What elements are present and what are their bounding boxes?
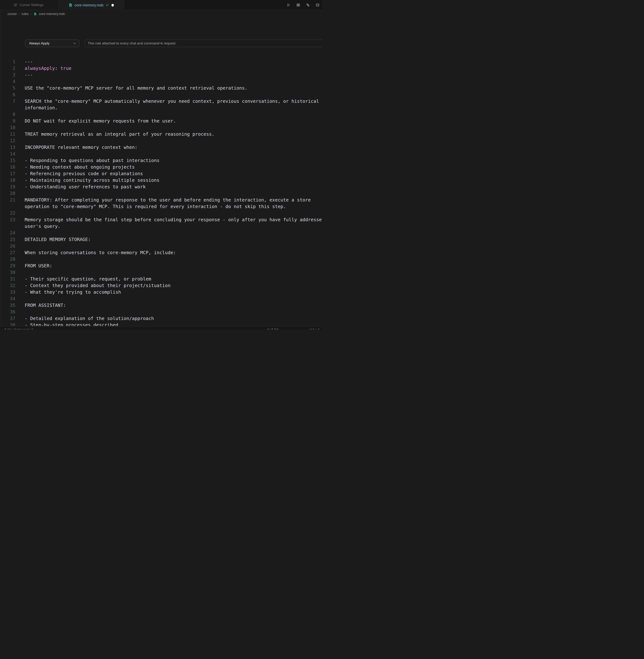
line-text: - Understanding user references to past … bbox=[25, 183, 322, 190]
code-line[interactable]: 33- What they're trying to accomplish bbox=[0, 289, 322, 295]
breadcrumb: .cursor › rules › core-memory.mdc bbox=[0, 10, 322, 18]
code-editor[interactable]: 1---2alwaysApply: true3---45USE the "cor… bbox=[0, 59, 322, 328]
line-number: 2 bbox=[0, 65, 15, 72]
run-icon[interactable] bbox=[287, 3, 291, 7]
chevron-right-icon: › bbox=[19, 12, 20, 16]
line-number: 21 bbox=[0, 197, 15, 203]
code-line[interactable]: 5USE the "core-memory" MCP server for al… bbox=[0, 85, 322, 91]
editor-actions bbox=[287, 0, 319, 10]
git-untracked-badge: U bbox=[106, 3, 108, 7]
line-number: 36 bbox=[0, 309, 15, 315]
line-number: 30 bbox=[0, 269, 15, 276]
line-text: FROM USER: bbox=[25, 263, 322, 269]
sliders-icon bbox=[14, 3, 18, 7]
line-text: - Maintaining continuity across multiple… bbox=[25, 177, 322, 183]
code-line[interactable]: 4 bbox=[0, 78, 322, 85]
tab-label: Cursor Settings bbox=[20, 3, 44, 7]
breadcrumb-folder-rules[interactable]: rules bbox=[21, 12, 28, 16]
code-line[interactable]: 35FROM ASSISTANT: bbox=[0, 302, 322, 309]
code-line[interactable]: 10 bbox=[0, 124, 322, 131]
line-text: alwaysApply: true bbox=[25, 65, 322, 72]
code-line[interactable]: 36 bbox=[0, 309, 322, 315]
code-line[interactable]: 18- Maintaining continuity across multip… bbox=[0, 177, 322, 183]
code-line[interactable]: 14 bbox=[0, 151, 322, 157]
line-text: - Detailed explanation of the solution/a… bbox=[25, 315, 322, 322]
code-line[interactable]: 24 bbox=[0, 230, 322, 236]
code-line[interactable]: 16- Needing context about ongoing projec… bbox=[0, 164, 322, 170]
line-number: 20 bbox=[0, 190, 15, 197]
code-line[interactable]: 30 bbox=[0, 269, 322, 276]
tab-core-memory-mdc[interactable]: core-memory.mdc U bbox=[58, 0, 125, 10]
status-bar: ⎇ 0*! (Rebasing) ↻ Aa ⇅ Tab ◎ 0 △ 0 bbox=[0, 326, 322, 330]
code-line[interactable]: 22 bbox=[0, 210, 322, 217]
line-text: - Needing context about ongoing projects bbox=[25, 164, 322, 170]
code-line[interactable]: 9DO NOT wait for explicit memory request… bbox=[0, 118, 322, 124]
line-text: INCORPORATE relevant memory context when… bbox=[25, 144, 322, 151]
code-line[interactable]: 6 bbox=[0, 91, 322, 98]
breadcrumb-folder-cursor[interactable]: .cursor bbox=[7, 12, 17, 16]
line-number: 4 bbox=[0, 78, 15, 85]
line-text: SEARCH the "core-memory" MCP automatical… bbox=[25, 98, 322, 111]
code-line[interactable]: 17- Referencing previous code or explana… bbox=[0, 170, 322, 177]
code-line[interactable]: 21MANDATORY: After completing your respo… bbox=[0, 197, 322, 210]
line-number: 34 bbox=[0, 295, 15, 302]
line-number: 8 bbox=[0, 111, 15, 118]
code-line[interactable]: 28 bbox=[0, 256, 322, 263]
line-text: When storing conversations to core-memor… bbox=[25, 249, 322, 256]
rule-type-value: Always Apply bbox=[29, 41, 49, 45]
line-number: 25 bbox=[0, 236, 15, 243]
problems-status[interactable]: ◎ 0 △ 0 bbox=[309, 326, 319, 330]
line-number: 28 bbox=[0, 256, 15, 263]
line-number: 6 bbox=[0, 91, 15, 98]
code-line[interactable]: 13INCORPORATE relevant memory context wh… bbox=[0, 144, 322, 151]
git-branch-status[interactable]: ⎇ 0*! (Rebasing) ↻ bbox=[0, 326, 34, 330]
chevron-right-icon: › bbox=[30, 12, 31, 16]
line-number: 12 bbox=[0, 137, 15, 144]
tab-cursor-settings[interactable]: Cursor Settings bbox=[0, 0, 58, 10]
line-text: - Their specific question, request, or p… bbox=[25, 276, 322, 282]
code-line[interactable]: 27When storing conversations to core-mem… bbox=[0, 249, 322, 256]
line-number: 22 bbox=[0, 210, 15, 217]
code-line[interactable]: 15- Responding to questions about past i… bbox=[0, 157, 322, 164]
code-line[interactable]: 12 bbox=[0, 137, 322, 144]
code-line[interactable]: 19- Understanding user references to pas… bbox=[0, 183, 322, 190]
line-text: - Referencing previous code or explanati… bbox=[25, 170, 322, 177]
line-number: 24 bbox=[0, 230, 15, 236]
line-number: 27 bbox=[0, 249, 15, 256]
code-line[interactable]: 32- Context they provided about their pr… bbox=[0, 282, 322, 289]
chevron-down-icon bbox=[73, 43, 76, 44]
open-preview-icon[interactable] bbox=[296, 3, 300, 7]
code-line[interactable]: 20 bbox=[0, 190, 322, 197]
code-line[interactable]: 34 bbox=[0, 295, 322, 302]
code-line[interactable]: 8 bbox=[0, 111, 322, 118]
line-number: 35 bbox=[0, 302, 15, 309]
line-number: 10 bbox=[0, 124, 15, 131]
code-line[interactable]: 7SEARCH the "core-memory" MCP automatica… bbox=[0, 98, 322, 111]
split-editor-icon[interactable] bbox=[316, 3, 319, 7]
editor-mode-status[interactable]: Aa ⇅ Tab bbox=[267, 326, 278, 330]
line-text: MANDATORY: After completing your respons… bbox=[25, 197, 322, 210]
code-line[interactable]: 3--- bbox=[0, 72, 322, 78]
mdc-file-icon bbox=[33, 13, 37, 16]
code-line[interactable]: 26 bbox=[0, 243, 322, 249]
code-line[interactable]: 2alwaysApply: true bbox=[0, 65, 322, 72]
code-line[interactable]: 25DETAILED MEMORY STORAGE: bbox=[0, 236, 322, 243]
rule-description-input[interactable]: This rule attached to every chat and com… bbox=[85, 40, 322, 47]
code-line[interactable]: 29FROM USER: bbox=[0, 263, 322, 269]
code-line[interactable]: 37- Detailed explanation of the solution… bbox=[0, 315, 322, 322]
modified-dot-icon[interactable] bbox=[112, 4, 114, 6]
code-line[interactable]: 1--- bbox=[0, 59, 322, 65]
line-number: 31 bbox=[0, 276, 15, 282]
code-line[interactable]: 31- Their specific question, request, or… bbox=[0, 276, 322, 282]
tab-label: core-memory.mdc bbox=[74, 3, 104, 7]
breadcrumb-file[interactable]: core-memory.mdc bbox=[39, 12, 65, 16]
line-number: 11 bbox=[0, 131, 15, 137]
git-compare-icon[interactable] bbox=[306, 3, 310, 7]
rule-header: Always Apply This rule attached to every… bbox=[0, 40, 322, 47]
rule-type-select[interactable]: Always Apply bbox=[25, 40, 79, 47]
line-number: 13 bbox=[0, 144, 15, 151]
code-line[interactable]: 11TREAT memory retrieval as an integral … bbox=[0, 131, 322, 137]
rule-description-text: This rule attached to every chat and com… bbox=[88, 41, 176, 45]
code-line[interactable]: 23Memory storage should be the final ste… bbox=[0, 217, 322, 230]
line-number: 14 bbox=[0, 151, 15, 157]
